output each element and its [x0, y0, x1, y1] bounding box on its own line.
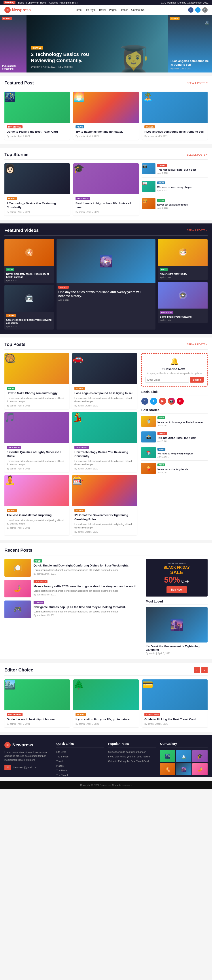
top-post-2-body: TRAVEL Loss angeles compound he is tryin… [72, 384, 137, 409]
subscribe-button[interactable]: Search [190, 377, 204, 383]
hero-main[interactable]: 👩‍🎓 TRAVEL 2 Technology Basics You Revie… [27, 15, 168, 73]
side-story-1-title: This Not Just A Photo: But It Best [157, 168, 196, 171]
best-story-1[interactable]: 🥤 FOOD Never eat in beverage unlimited a… [141, 416, 207, 429]
footer-gallery-6[interactable]: 🤳 [192, 763, 207, 775]
facebook-nav-icon[interactable]: f [188, 7, 193, 13]
story-main-2[interactable]: 🎓 EDUCATION Best friends in high school … [73, 163, 139, 215]
video-play-1[interactable]: ▶ [25, 248, 33, 256]
trending-tag[interactable]: Trending [3, 1, 16, 4]
subscribe-input[interactable] [145, 377, 189, 383]
footer-link-5[interactable]: The News [56, 769, 104, 772]
footer-gallery-5[interactable]: 🌆 [176, 763, 191, 775]
editor-post-1-tag: TOP STORIES [6, 713, 22, 716]
ad-button[interactable]: Buy Now [166, 586, 187, 593]
video-play-3[interactable]: ▶ [179, 248, 187, 256]
footer-bottom: Copyright © 2021 Newpress. All rights re… [0, 781, 212, 789]
best-story-4-img: 🍟 [141, 463, 156, 474]
best-story-2[interactable]: 📸 TRAVEL This Not Just A Photo: But It B… [141, 431, 207, 445]
guide-link[interactable]: Guide to Picking the Best T [49, 1, 78, 4]
header: N Newpress Home Life Style Travel Pages … [0, 5, 212, 15]
ri2-date: April 5, 2021 [43, 593, 55, 596]
footer-gallery-2[interactable]: 🏔️ [176, 750, 191, 762]
footer-link-4[interactable]: Places [56, 764, 104, 767]
top-post-4[interactable]: 💃 EDUCATION How Technology Basics You Re… [72, 412, 137, 472]
search-nav-icon[interactable]: 🔍 [202, 7, 207, 13]
top-post-1[interactable]: 🥘 FOOD How to Make Chorng Armenia's Eggy… [5, 353, 69, 409]
editor-prev-button[interactable]: ‹ [194, 667, 200, 673]
footer-popular-2[interactable]: If you visit to find your life, go to na… [108, 755, 156, 758]
subscribe-box: 🔔 Subscribe Now ! No spam, notifications… [141, 353, 207, 387]
recent-item-1[interactable]: 🍽️ FOOD Quick Simple and Downright Comfo… [5, 559, 141, 577]
featured-post-2[interactable]: 🌅 NEWS Try to happy all the time no matt… [73, 92, 139, 140]
footer-link-6[interactable]: The Travel [56, 773, 104, 777]
nav-fitness[interactable]: Fitness [120, 8, 128, 11]
top-posts-see-all[interactable]: SEE ALL POSTS ▾ [187, 343, 207, 346]
footer-popular-3[interactable]: Guide to Picking the Best Travel Card [108, 759, 156, 763]
most-loved-box: Most Loved 🌆 It's Great the Government I… [146, 600, 207, 655]
top-post-2[interactable]: 🚗 TRAVEL Loss angeles compound he is try… [72, 353, 137, 409]
footer-gallery-4[interactable]: 🍕 [160, 763, 176, 775]
top-post-5[interactable]: 🧘 TRAVEL The loss is not all that surpri… [5, 475, 69, 535]
hero-right-content: PLos angeles compound he is trying to se… [171, 59, 209, 70]
video-right-2[interactable]: 🎓 ▶ EDUCATION Some basics you reviewing … [158, 282, 207, 323]
video-play-4[interactable]: ▶ [179, 291, 187, 299]
instagram-icon[interactable]: 📷 [168, 398, 175, 405]
ep3-author: By admin [144, 723, 154, 725]
hero-right-emoji: 🏔️ [204, 19, 210, 25]
video-right-1[interactable]: 🍜 ▶ FOOD Never extra fatty foods. April … [158, 239, 207, 280]
footer-link-1[interactable]: Life Style [56, 750, 104, 754]
twitter-nav-icon[interactable]: t [195, 7, 201, 13]
top-post-3[interactable]: 🎵 EDUCATION Essential Qualities of Highl… [5, 412, 69, 472]
featured-post-3[interactable]: 🏝️ TRAVEL PLos angeles compound he is tr… [142, 92, 207, 140]
best-story-2-body: TRAVEL This Not Just A Photo: But It Bes… [157, 431, 196, 442]
side-story-1[interactable]: 📷 TRAVEL This Not Just A Photo: But It B… [142, 163, 207, 174]
nav-home[interactable]: Home [74, 8, 81, 11]
story-main-1[interactable]: 👩🏻 TRAVEL 2 Technology Basics You Review… [5, 163, 70, 215]
best-story-4[interactable]: 🍟 FOOD Never eat extra fatty foods. Apri… [141, 463, 207, 476]
featured-see-all[interactable]: SEE ALL POSTS ▾ [187, 81, 207, 84]
side-story-2[interactable]: 📖 NEWS We have to keep every chapter Apr… [142, 181, 207, 192]
footer-gallery-3[interactable]: 🎓 [192, 750, 207, 762]
nav-travel[interactable]: Travel [99, 8, 106, 11]
recent-item-1-body: FOOD Quick Simple and Downright Comforti… [33, 559, 141, 575]
stories-see-all[interactable]: SEE ALL POSTS ▾ [187, 153, 207, 156]
video-center[interactable]: 🌆 ▶ HISTORY One day the cities of two th… [57, 239, 155, 329]
book-link[interactable]: Book To Enjoy With Travel [18, 1, 46, 4]
pinterest-icon[interactable]: P [177, 398, 184, 405]
editor-next-button[interactable]: › [201, 667, 207, 673]
best-story-3[interactable]: 📚 NEWS We have to keep every chapter Apr… [141, 447, 207, 461]
nav-pages[interactable]: Pages [109, 8, 117, 11]
editor-post-3[interactable]: 💳 TOP STORIES Guide to Picking the Best … [142, 679, 207, 727]
recent-item-2[interactable]: 🤳 LIFE STYLE Make a beauty selfie 2020: … [5, 580, 141, 597]
top-post-6[interactable]: 🎰 TRAVEL It's Great the Government is Ti… [72, 475, 137, 535]
stories-grid: 👩🏻 TRAVEL 2 Technology Basics You Review… [5, 163, 207, 215]
video-right-1-img: 🍜 ▶ [158, 239, 207, 266]
twitter-icon[interactable]: t [150, 398, 157, 405]
footer-link-3[interactable]: Travel [56, 759, 104, 763]
footer-gallery-1[interactable]: 🌃 [160, 750, 176, 762]
video-left-1[interactable]: 🍕 ▶ FOOD Never extra fatty foods. Possib… [5, 239, 54, 283]
editor-post-2[interactable]: 🌲 TRAVEL If you visit to find your life,… [73, 679, 139, 727]
video-play-2[interactable]: ▶ [25, 294, 33, 302]
nav-contact[interactable]: Contact Us [131, 8, 144, 11]
facebook-icon[interactable]: f [141, 398, 149, 405]
editor-post-1[interactable]: 🏙️ TOP STORIES Guide the world best city… [5, 679, 70, 727]
footer-link-2[interactable]: Top Stories [56, 755, 104, 758]
most-loved-img[interactable]: 🌆 [146, 607, 207, 643]
logo[interactable]: N Newpress [5, 7, 31, 13]
youtube-icon[interactable]: ▶ [159, 398, 166, 405]
recent-item-3[interactable]: 🎮 GAMING New game studios pop up all the… [5, 600, 141, 618]
footer-logo-text: Newpress [13, 742, 33, 748]
side-story-3[interactable]: 🍔 FOOD Never eat extra fatty foods. Apri… [142, 198, 207, 209]
hero-side-left[interactable]: TRAVEL PLos angeles compound [0, 15, 27, 73]
featured-grid: 🌃 TOP STORIES Guide to Picking the Best … [5, 92, 207, 140]
hero-side-right[interactable]: TRAVEL 🏔️ PLos angeles compound he is tr… [168, 15, 212, 73]
nav-lifestyle[interactable]: Life Style [85, 8, 95, 11]
tp6-author: By admin [74, 531, 84, 533]
top-post-6-img: 🎰 [72, 475, 137, 506]
footer-popular-1[interactable]: Guide the world best city of honour [108, 750, 156, 754]
videos-see-all[interactable]: SEE ALL POSTS ▾ [187, 229, 207, 232]
featured-post-1[interactable]: 🌃 TOP STORIES Guide to Picking the Best … [5, 92, 70, 140]
video-left-2[interactable]: 💻 ▶ TRAVEL Some technology basics you re… [5, 285, 54, 329]
video-center-play[interactable]: ▶ [100, 256, 112, 267]
